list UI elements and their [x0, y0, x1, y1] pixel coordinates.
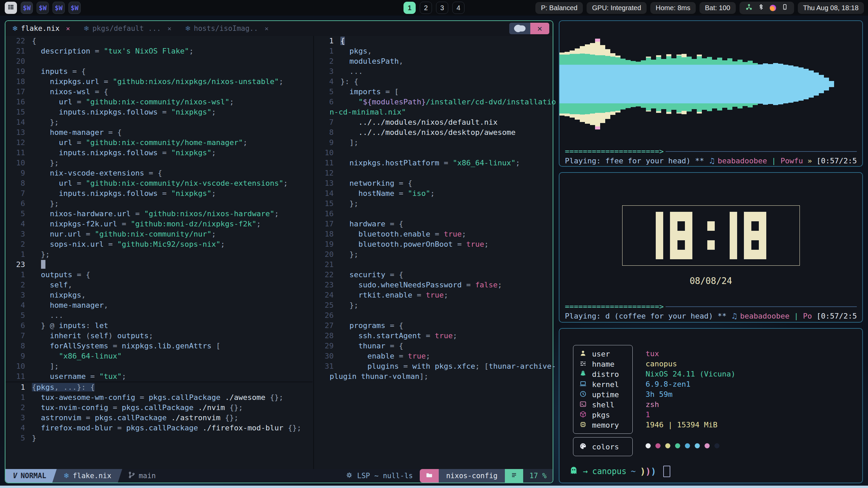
workspace-button-4[interactable]: $W	[68, 2, 81, 14]
code-line: 11 nixpkgs.hostPlatform = "x86_64-linux"…	[314, 158, 553, 168]
user-icon	[579, 350, 587, 358]
tab-hosts-isoImag-[interactable]: ❄hosts/isoImag..×	[178, 21, 275, 36]
tab-label: hosts/isoImag..	[194, 24, 258, 33]
tab-label: flake.nix	[21, 24, 60, 33]
folder-icon	[426, 471, 433, 481]
tab-label: pkgs/default ...	[92, 24, 161, 33]
toggle-icon	[514, 25, 526, 32]
code-line: 29 thunar = {	[314, 341, 553, 351]
grid-icon	[7, 3, 15, 12]
progress-bar: =====================>	[565, 147, 664, 156]
code-line: 22 security = {	[314, 270, 553, 280]
tab-close-icon[interactable]: ×	[167, 24, 172, 33]
terminal-cursor	[663, 466, 670, 477]
code-line: 27 programs = {	[314, 321, 553, 331]
top-bar: $W$W$W$W 1234 P: BalancedGPU: Integrated…	[0, 0, 868, 16]
now-playing-text: |	[767, 157, 781, 165]
code-line: 7 inherit (self) outputs;	[5, 331, 313, 341]
list-icon	[579, 360, 587, 368]
position-chip	[505, 469, 523, 483]
now-playing-text: Playing: d (coffee for your head) **	[565, 312, 731, 320]
terminal-icon	[579, 401, 587, 409]
nix-snowflake-icon: ❄	[185, 24, 191, 33]
code-line: 19 inputs = {	[5, 66, 313, 77]
fetch-row-memory: memory	[573, 420, 632, 430]
code-line: 4}: {	[314, 77, 553, 87]
code-line: 12	[314, 168, 553, 178]
network-icon	[746, 4, 752, 12]
code-line: 22{	[5, 36, 313, 46]
tag-2[interactable]: 2	[420, 2, 432, 14]
code-line: 12 url = "github:nix-community/home-mana…	[5, 138, 313, 148]
close-button[interactable]: ✕	[530, 23, 549, 34]
code-line: 30 enable = true;	[314, 351, 553, 361]
tag-4[interactable]: 4	[452, 2, 465, 14]
now-playing-text: Powfu	[781, 157, 803, 165]
fetch-row-colors: colors	[573, 442, 632, 452]
code-line: 18 nixpkgs.url = "github:nixos/nixpkgs/n…	[5, 77, 313, 87]
statusline-right: LSP ~ null-ls nixos-config 17 %	[346, 469, 553, 483]
code-line: 2 sops-nix.url = "github:Mic92/sops-nix"…	[5, 239, 313, 249]
fetch-value-column: tuxcanopusNixOS 24.11 (Vicuna)6.9.8-zen1…	[646, 345, 735, 456]
code-line: 8 url = "github:nix-community/nix-vscode…	[5, 178, 313, 188]
tab-close-icon[interactable]: ×	[264, 24, 269, 33]
fetch-colors-box: colors	[573, 437, 633, 456]
code-line: 23	[5, 260, 313, 270]
shell-prompt[interactable]: → canopus ~ )))	[569, 466, 670, 477]
clock-digit-1	[730, 212, 737, 259]
fetch-label: hname	[592, 360, 614, 368]
code-line: 17 nixos-wsl = {	[5, 87, 313, 97]
editor-left-pane[interactable]: 22{21 description = "tux's NixOS Flake";…	[5, 36, 313, 443]
workspace-button-1[interactable]: $W	[21, 2, 33, 14]
layout-button[interactable]	[5, 2, 17, 14]
lines-icon	[511, 472, 517, 480]
tag-1[interactable]: 1	[403, 2, 416, 14]
nix-snowflake-icon: ❄	[12, 24, 18, 33]
status-pill-2: Home: 8ms	[650, 2, 696, 14]
color-temperature-icon	[770, 5, 776, 11]
editor-right-pane[interactable]: 1{1 pkgs,2 modulesPath,3 ...4}: {5 impor…	[313, 36, 553, 469]
fetch-value-uptime: 3h 59m	[646, 389, 735, 399]
now-playing-text: beabadoobee	[740, 312, 790, 320]
mode-segment: VNORMAL	[5, 469, 57, 483]
fetch-row-distro: distro	[573, 369, 632, 379]
color-dot-0	[646, 443, 651, 448]
code-line: 9 ];	[314, 138, 553, 148]
code-line: 14 };	[5, 117, 313, 127]
editor-code-area[interactable]: 22{21 description = "tux's NixOS Flake";…	[5, 36, 553, 469]
fetch-terminal-window: userhnamedistrokerneluptimeshellpkgsmemo…	[559, 328, 863, 483]
mode-label: NORMAL	[21, 472, 46, 480]
prompt-chevrons: )))	[640, 466, 656, 476]
color-dot-2	[665, 443, 670, 448]
color-dot-4	[685, 443, 690, 448]
status-pill-3: Bat: 100	[699, 2, 736, 14]
nix-snowflake-icon: ❄	[63, 472, 70, 480]
clock-digit-8	[744, 212, 766, 259]
tab-pkgs-default-[interactable]: ❄pkgs/default ...×	[77, 21, 178, 36]
code-line: 11 inputs.nixpkgs.follows = "nixpkgs";	[5, 148, 313, 158]
color-dot-6	[705, 443, 710, 448]
code-line: 16	[314, 209, 553, 219]
code-line: 6 };	[5, 199, 313, 209]
code-line: 1{	[314, 36, 553, 46]
tab-flake-nix[interactable]: ❄flake.nix×	[5, 21, 77, 36]
tab-close-icon[interactable]: ×	[66, 24, 70, 33]
workspace-button-2[interactable]: $W	[37, 2, 49, 14]
toggle-button[interactable]	[509, 23, 530, 34]
fetch-value-hname: canopus	[646, 359, 735, 369]
scroll-percent: 17 %	[523, 469, 553, 483]
lsp-label: LSP ~ null-ls	[357, 472, 413, 480]
workspace-button-3[interactable]: $W	[53, 2, 65, 14]
code-line: 28 ssh.startAgent = true;	[314, 331, 553, 341]
color-dot-3	[675, 443, 680, 448]
code-line: 10	[314, 148, 553, 158]
now-playing-text: »	[803, 157, 816, 165]
tag-3[interactable]: 3	[436, 2, 448, 14]
project-label: nixos-config	[439, 469, 505, 483]
laptop-icon	[579, 380, 587, 389]
code-line: 10 };	[5, 158, 313, 168]
now-playing-text: |	[790, 312, 803, 320]
tty-clock	[622, 205, 800, 266]
code-line: 20 };	[314, 249, 553, 260]
window-buttons: ✕	[509, 23, 549, 34]
